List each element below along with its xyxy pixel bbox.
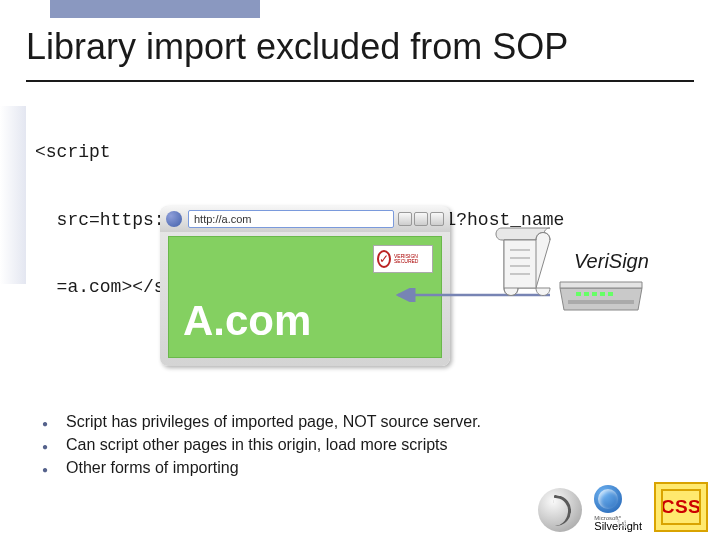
slide-title: Library import excluded from SOP [26, 26, 568, 68]
bullet-dot-icon: ● [42, 464, 48, 475]
browser-graphic: http://a.com ✓ VeriSign Secured A.com [160, 206, 450, 366]
svg-rect-6 [584, 292, 589, 296]
bullet-text: Script has privileges of imported page, … [66, 413, 481, 431]
seal-text: VeriSign Secured [394, 254, 429, 265]
script-scroll-icon [492, 220, 562, 304]
bullet-text: Can script other pages in this origin, l… [66, 436, 448, 454]
css-icon: CSS [654, 482, 708, 532]
svg-rect-7 [592, 292, 597, 296]
bullet-item: ● Script has privileges of imported page… [42, 413, 481, 431]
server-label: VeriSign [574, 250, 649, 273]
bullet-item: ● Other forms of importing [42, 459, 481, 477]
server-icon [556, 280, 646, 320]
css-label: CSS [661, 496, 702, 518]
header-accent-bar [50, 0, 260, 18]
svg-rect-8 [600, 292, 605, 296]
maximize-icon [414, 212, 428, 226]
globe-icon [166, 211, 182, 227]
flash-icon [538, 488, 582, 532]
browser-window: http://a.com ✓ VeriSign Secured A.com [160, 206, 450, 366]
bullet-text: Other forms of importing [66, 459, 239, 477]
bullet-list: ● Script has privileges of imported page… [42, 413, 481, 482]
window-buttons [398, 212, 444, 226]
left-edge-decoration [0, 106, 26, 284]
slide-number: 14 [616, 519, 627, 530]
minimize-icon [398, 212, 412, 226]
code-line-1: <script [35, 141, 564, 164]
close-icon [430, 212, 444, 226]
bullet-dot-icon: ● [42, 418, 48, 429]
page-domain-label: A.com [183, 297, 311, 345]
checkmark-icon: ✓ [377, 250, 391, 268]
bullet-dot-icon: ● [42, 441, 48, 452]
verisign-seal: ✓ VeriSign Secured [373, 245, 433, 273]
svg-rect-5 [576, 292, 581, 296]
silverlight-orb-icon [594, 485, 622, 513]
svg-rect-9 [608, 292, 613, 296]
browser-chrome-top: http://a.com [160, 206, 450, 232]
url-bar: http://a.com [188, 210, 394, 228]
svg-rect-10 [568, 300, 634, 304]
title-underline [26, 80, 694, 82]
bullet-item: ● Can script other pages in this origin,… [42, 436, 481, 454]
